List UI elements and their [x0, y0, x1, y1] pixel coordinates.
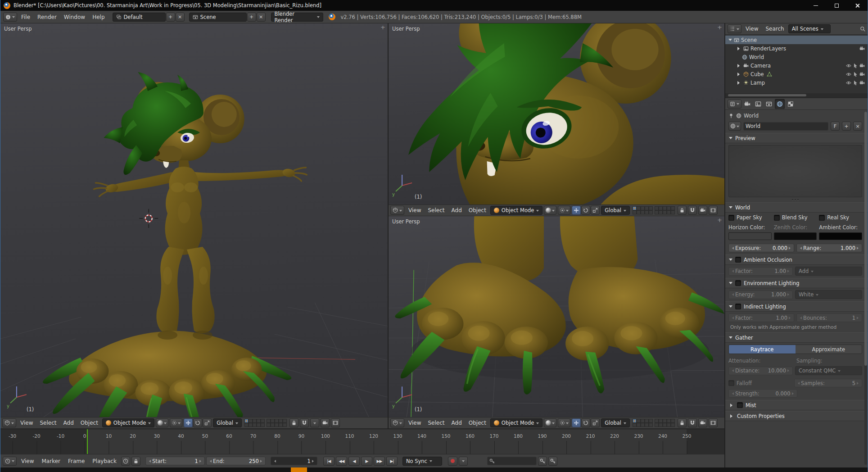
lock-to-scene-button[interactable]	[678, 206, 687, 215]
timeline-ruler[interactable]: -30-20-100102030405060708090100110120130…	[0, 429, 724, 454]
decrement-icon[interactable]	[148, 460, 151, 463]
disclosure-closed-icon[interactable]	[737, 81, 741, 85]
scrollbar-thumb[interactable]	[728, 94, 806, 96]
translate-manipulator-button[interactable]	[572, 206, 581, 215]
mist-checkbox[interactable]	[737, 402, 743, 408]
paper-sky-checkbox[interactable]: Paper Sky	[728, 214, 772, 221]
editor-type-button[interactable]	[3, 457, 17, 466]
menu-view[interactable]: View	[406, 207, 424, 213]
menu-select[interactable]: Select	[425, 420, 447, 426]
increment-icon[interactable]	[260, 460, 263, 463]
indirect-lighting-checkbox[interactable]	[735, 304, 741, 309]
outliner-horizontal-scrollbar[interactable]	[725, 93, 868, 97]
decrement-icon[interactable]	[731, 247, 734, 250]
editor-type-button[interactable]	[390, 418, 404, 427]
cursor-select-icon[interactable]	[853, 72, 858, 77]
auto-keyframe-toggle[interactable]	[448, 457, 457, 466]
decrement-icon[interactable]	[273, 460, 276, 463]
minimize-button[interactable]	[805, 0, 826, 11]
menu-view[interactable]: View	[18, 420, 36, 426]
menu-select[interactable]: Select	[37, 420, 59, 426]
scale-manipulator-button[interactable]	[591, 418, 600, 427]
outliner-row-world[interactable]: World	[725, 53, 868, 61]
render-restrict-icon[interactable]	[859, 63, 865, 68]
menu-render[interactable]: Render	[34, 14, 60, 20]
ambient-occlusion-checkbox[interactable]	[735, 257, 741, 263]
snap-toggle-button[interactable]	[300, 418, 309, 427]
range-slider[interactable]: Range:1.000	[796, 244, 862, 252]
indirect-bounces-field[interactable]: Bounces:1	[796, 313, 862, 322]
viewport-3d-top-right[interactable]: y User Persp (1) +	[389, 23, 724, 204]
eye-icon[interactable]	[846, 72, 851, 77]
increment-icon[interactable]	[789, 247, 792, 250]
editor-type-button[interactable]	[390, 206, 404, 215]
sync-mode-dropdown[interactable]: No Sync	[402, 457, 442, 466]
tab-render-layers[interactable]	[753, 99, 763, 109]
opengl-render-image-button[interactable]	[698, 418, 707, 427]
world-name-field[interactable]: World	[743, 122, 828, 131]
environment-lighting-checkbox[interactable]	[735, 280, 741, 286]
ao-blend-dropdown[interactable]: Add	[795, 267, 862, 276]
increment-icon[interactable]	[857, 247, 860, 250]
menu-playback[interactable]: Playback	[89, 458, 120, 464]
cursor-select-icon[interactable]	[853, 80, 858, 86]
translate-manipulator-button[interactable]	[184, 418, 193, 427]
snap-toggle-button[interactable]	[688, 206, 697, 215]
render-visibility-icon[interactable]	[859, 46, 865, 51]
previous-keyframe-button[interactable]: ◀◀	[336, 457, 347, 466]
opengl-render-anim-button[interactable]	[709, 206, 718, 215]
outliner-row-scene[interactable]: Scene	[725, 36, 868, 44]
interaction-mode-dropdown[interactable]: Object Mode	[102, 418, 154, 427]
menu-window[interactable]: Window	[61, 14, 88, 20]
properties-scrollbar[interactable]	[864, 112, 867, 465]
current-frame-cursor[interactable]	[87, 429, 88, 454]
decrement-icon[interactable]	[799, 247, 802, 250]
lock-to-scene-button[interactable]	[289, 418, 298, 427]
snap-toggle-button[interactable]	[688, 418, 697, 427]
viewport-3d-bottom-right[interactable]: y User Persp (1) +	[389, 216, 724, 417]
region-expand-icon[interactable]: +	[380, 24, 385, 31]
scrollbar-thumb[interactable]	[864, 112, 867, 366]
render-engine-dropdown[interactable]: Blender Render	[271, 13, 323, 22]
pin-icon[interactable]	[728, 113, 734, 118]
indirect-factor-slider[interactable]: Factor:1.00	[728, 313, 794, 322]
new-world-button[interactable]: +	[842, 122, 851, 131]
tab-scene[interactable]	[764, 99, 774, 109]
raytrace-button[interactable]: Raytrace	[729, 345, 796, 354]
editor-type-button[interactable]	[728, 24, 741, 33]
layers-widget[interactable]	[633, 419, 675, 427]
tab-texture[interactable]	[786, 99, 796, 109]
fake-user-button[interactable]: F	[831, 122, 840, 131]
viewport-shading-dropdown[interactable]	[544, 206, 556, 215]
custom-properties-panel-header[interactable]: Custom Properties	[725, 411, 868, 421]
blend-sky-checkbox[interactable]: Blend Sky	[774, 214, 817, 221]
close-button[interactable]	[847, 0, 868, 11]
menu-object[interactable]: Object	[466, 420, 489, 426]
sample-method-dropdown[interactable]: Constant QMC	[795, 366, 862, 375]
display-filter-dropdown[interactable]: All Scenes	[788, 24, 831, 33]
strength-field[interactable]: Strength:0.000	[728, 389, 797, 398]
samples-field[interactable]: Samples:5	[794, 379, 862, 387]
falloff-checkbox[interactable]: Falloff	[728, 380, 792, 386]
viewport-shading-dropdown[interactable]	[156, 418, 168, 427]
horizon-color-swatch[interactable]	[728, 232, 772, 240]
add-scene-button[interactable]: +	[247, 13, 256, 22]
mist-panel-header[interactable]: Mist	[725, 400, 868, 410]
search-icon[interactable]	[860, 26, 865, 32]
menu-view[interactable]: View	[18, 458, 37, 464]
transform-orientation-dropdown[interactable]: Global	[601, 418, 630, 427]
menu-object[interactable]: Object	[466, 207, 489, 213]
pivot-center-dropdown[interactable]	[170, 418, 182, 427]
scene-dropdown[interactable]: Scene	[189, 13, 247, 22]
layers-widget[interactable]	[633, 206, 675, 214]
menu-marker[interactable]: Marker	[38, 458, 63, 464]
distance-field[interactable]: Distance:10.000	[728, 367, 793, 375]
current-frame-field[interactable]: 1	[271, 457, 317, 465]
increment-icon[interactable]	[199, 460, 203, 463]
unlink-world-button[interactable]: ×	[853, 122, 862, 131]
zenith-color-swatch[interactable]	[774, 232, 817, 240]
interaction-mode-dropdown[interactable]: Object Mode	[490, 206, 542, 215]
disclosure-closed-icon[interactable]	[737, 64, 741, 68]
increment-icon[interactable]	[312, 460, 315, 463]
opengl-render-image-button[interactable]	[321, 418, 330, 427]
